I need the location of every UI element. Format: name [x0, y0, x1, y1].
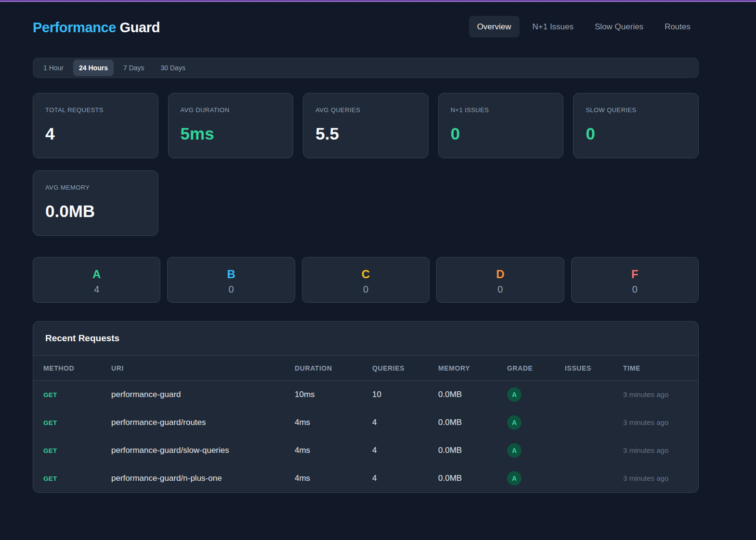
column-header-method: METHOD	[33, 356, 111, 381]
uri-cell: performance-guard/n-plus-one	[111, 464, 295, 492]
queries-cell: 10	[372, 381, 438, 409]
stat-label: N+1 ISSUES	[451, 106, 551, 114]
duration-cell: 4ms	[295, 437, 372, 464]
nav-item-routes[interactable]: Routes	[656, 16, 699, 38]
main-nav: Overview N+1 Issues Slow Queries Routes	[469, 16, 699, 38]
table-row[interactable]: GET performance-guard/slow-queries 4ms 4…	[33, 437, 698, 464]
stat-value: 0	[451, 124, 551, 143]
grade-card-b: B 0	[167, 257, 295, 303]
time-cell: 3 minutes ago	[623, 409, 698, 437]
issues-cell	[565, 409, 623, 437]
stat-card-total-requests: TOTAL REQUESTS 4	[33, 93, 158, 158]
column-header-uri: URI	[111, 356, 295, 381]
page-title-accent: Performance	[33, 20, 116, 35]
stat-card-avg-duration: AVG DURATION 5ms	[168, 93, 294, 158]
issues-cell	[565, 381, 623, 409]
page-title-rest: Guard	[120, 20, 160, 35]
grade-count: 0	[572, 283, 698, 295]
time-option-1-hour[interactable]: 1 Hour	[37, 60, 70, 76]
column-header-time: TIME	[623, 356, 698, 381]
stat-label: AVG QUERIES	[315, 106, 416, 114]
time-cell: 3 minutes ago	[623, 437, 698, 464]
time-option-24-hours[interactable]: 24 Hours	[73, 60, 114, 76]
recent-requests-card: Recent Requests METHOD URI DURATION QUER…	[33, 321, 699, 493]
table-row[interactable]: GET performance-guard/n-plus-one 4ms 4 0…	[33, 464, 698, 492]
stat-label: TOTAL REQUESTS	[45, 106, 146, 114]
stat-value: 5.5	[315, 124, 416, 143]
grade-card-f: F 0	[571, 257, 699, 303]
stat-card-slow-queries: SLOW QUERIES 0	[573, 93, 699, 158]
method-badge: GET	[43, 419, 57, 426]
memory-cell: 0.0MB	[438, 381, 507, 409]
stat-label: SLOW QUERIES	[586, 106, 686, 114]
grade-badge: A	[507, 471, 521, 486]
stat-card-avg-memory: AVG MEMORY 0.0MB	[33, 170, 158, 236]
queries-cell: 4	[372, 437, 438, 464]
stats-grid: TOTAL REQUESTS 4 AVG DURATION 5ms AVG QU…	[33, 93, 699, 236]
stat-card-n-plus-1-issues: N+1 ISSUES 0	[438, 93, 564, 158]
stat-value: 0	[586, 124, 686, 143]
method-badge: GET	[43, 447, 57, 454]
memory-cell: 0.0MB	[438, 437, 507, 464]
column-header-duration: DURATION	[295, 356, 372, 381]
time-option-7-days[interactable]: 7 Days	[117, 60, 151, 76]
table-row[interactable]: GET performance-guard/routes 4ms 4 0.0MB…	[33, 409, 698, 437]
grade-count: 0	[168, 283, 294, 295]
uri-cell: performance-guard/slow-queries	[111, 437, 295, 464]
queries-cell: 4	[372, 409, 438, 437]
method-badge: GET	[43, 475, 57, 482]
duration-cell: 4ms	[295, 464, 372, 492]
issues-cell	[565, 464, 623, 492]
top-accent-bar	[0, 0, 756, 2]
grade-letter: C	[302, 267, 429, 282]
time-cell: 3 minutes ago	[623, 464, 698, 492]
grade-count: 4	[33, 283, 160, 295]
memory-cell: 0.0MB	[438, 409, 507, 437]
main-container: Performance Guard Overview N+1 Issues Sl…	[33, 16, 699, 493]
grade-letter: A	[33, 267, 160, 282]
table-header: METHOD URI DURATION QUERIES MEMORY GRADE…	[33, 356, 698, 381]
queries-cell: 4	[372, 464, 438, 492]
table-body: GET performance-guard 10ms 10 0.0MB A 3 …	[33, 381, 698, 492]
nav-item-n-plus-1-issues[interactable]: N+1 Issues	[524, 16, 582, 38]
column-header-issues: ISSUES	[565, 356, 623, 381]
stat-value: 5ms	[181, 124, 281, 143]
nav-item-slow-queries[interactable]: Slow Queries	[587, 16, 652, 38]
time-range-bar: 1 Hour 24 Hours 7 Days 30 Days	[33, 58, 699, 78]
grade-count: 0	[302, 283, 429, 295]
column-header-grade: GRADE	[507, 356, 565, 381]
time-cell: 3 minutes ago	[623, 381, 698, 409]
page-header: Performance Guard Overview N+1 Issues Sl…	[33, 16, 699, 38]
grade-badge: A	[507, 443, 521, 458]
uri-cell: performance-guard/routes	[111, 409, 295, 437]
stat-value: 0.0MB	[45, 202, 146, 221]
stat-value: 4	[45, 124, 146, 143]
column-header-queries: QUERIES	[372, 356, 438, 381]
duration-cell: 10ms	[295, 381, 372, 409]
nav-item-overview[interactable]: Overview	[469, 16, 520, 38]
stat-label: AVG MEMORY	[45, 184, 146, 192]
memory-cell: 0.0MB	[438, 464, 507, 492]
column-header-memory: MEMORY	[438, 356, 507, 381]
recent-requests-table: METHOD URI DURATION QUERIES MEMORY GRADE…	[33, 355, 698, 492]
recent-requests-title: Recent Requests	[33, 321, 698, 355]
uri-cell: performance-guard	[111, 381, 295, 409]
grade-card-c: C 0	[302, 257, 430, 303]
grade-letter: B	[168, 267, 294, 282]
table-row[interactable]: GET performance-guard 10ms 10 0.0MB A 3 …	[33, 381, 698, 409]
duration-cell: 4ms	[295, 409, 372, 437]
grade-count: 0	[437, 283, 563, 295]
grade-card-a: A 4	[33, 257, 160, 303]
page-title: Performance Guard	[33, 20, 160, 36]
method-badge: GET	[43, 391, 57, 399]
grades-grid: A 4 B 0 C 0 D 0 F 0	[33, 257, 699, 303]
issues-cell	[565, 437, 623, 464]
stat-label: AVG DURATION	[181, 106, 281, 114]
grade-card-d: D 0	[436, 257, 564, 303]
grade-badge: A	[507, 387, 521, 402]
grade-letter: F	[572, 267, 698, 282]
grade-badge: A	[507, 415, 521, 430]
grade-letter: D	[437, 267, 563, 282]
stat-card-avg-queries: AVG QUERIES 5.5	[303, 93, 429, 158]
time-option-30-days[interactable]: 30 Days	[154, 60, 192, 76]
